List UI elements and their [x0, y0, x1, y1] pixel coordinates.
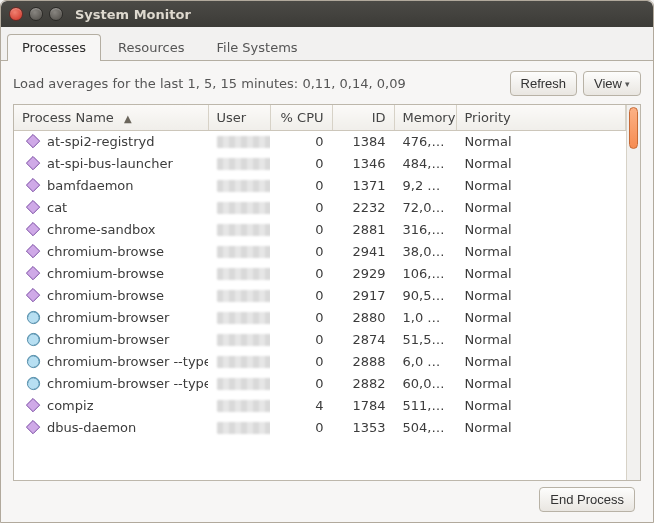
user-obscured	[217, 290, 271, 302]
process-name-label: chromium-browser	[47, 332, 169, 347]
table-row[interactable]: chromium-browser --type=028886,0 MiBNorm…	[14, 351, 626, 373]
content-area: Load averages for the last 1, 5, 15 minu…	[1, 61, 653, 522]
cell-id: 1353	[332, 417, 394, 439]
col-header-name[interactable]: Process Name ▲	[14, 105, 208, 131]
table-row[interactable]: cat0223272,0 KiBNormal	[14, 197, 626, 219]
vertical-scrollbar[interactable]	[626, 105, 640, 480]
process-name-label: cat	[47, 200, 67, 215]
cell-user	[208, 307, 270, 329]
user-obscured	[217, 136, 271, 148]
process-table: Process Name ▲ User % CPU ID Memory Prio…	[14, 105, 626, 439]
cell-process-name: chromium-browser	[14, 329, 208, 351]
cell-cpu: 0	[270, 307, 332, 329]
table-row[interactable]: chromium-browse02929106,8 MNormal	[14, 263, 626, 285]
cell-priority: Normal	[456, 263, 626, 285]
cell-mem: 316,0 K	[394, 219, 456, 241]
cell-user	[208, 395, 270, 417]
user-obscured	[217, 334, 271, 346]
cell-mem: 1,0 MiB	[394, 307, 456, 329]
window-title: System Monitor	[75, 7, 191, 22]
process-name-label: chromium-browser --type=	[47, 354, 208, 369]
view-menu-label: View	[594, 76, 622, 91]
view-menu-button[interactable]: View▾	[583, 71, 641, 96]
sort-asc-icon: ▲	[124, 113, 132, 124]
cell-cpu: 0	[270, 197, 332, 219]
cell-user	[208, 417, 270, 439]
process-name-label: at-spi2-registryd	[47, 134, 154, 149]
tab-bar: Processes Resources File Systems	[1, 27, 653, 61]
user-obscured	[217, 158, 271, 170]
diamond-icon	[26, 420, 41, 435]
table-row[interactable]: chrome-sandbox02881316,0 KNormal	[14, 219, 626, 241]
cell-cpu: 0	[270, 373, 332, 395]
cell-priority: Normal	[456, 219, 626, 241]
table-row[interactable]: chromium-browse0294138,0 MiNormal	[14, 241, 626, 263]
col-header-cpu[interactable]: % CPU	[270, 105, 332, 131]
titlebar[interactable]: System Monitor	[1, 1, 653, 27]
tab-processes[interactable]: Processes	[7, 34, 101, 61]
cell-process-name: at-spi-bus-launcher	[14, 153, 208, 175]
table-row[interactable]: chromium-browser028801,0 MiBNormal	[14, 307, 626, 329]
user-obscured	[217, 422, 271, 434]
cell-mem: 38,0 Mi	[394, 241, 456, 263]
table-row[interactable]: bamfdaemon013719,2 MiBNormal	[14, 175, 626, 197]
cell-cpu: 0	[270, 351, 332, 373]
minimize-icon[interactable]	[29, 7, 43, 21]
maximize-icon[interactable]	[49, 7, 63, 21]
diamond-icon	[26, 222, 41, 237]
table-row[interactable]: chromium-browse0291790,5 MiNormal	[14, 285, 626, 307]
table-row[interactable]: at-spi-bus-launcher01346484,0 KNormal	[14, 153, 626, 175]
diamond-icon	[26, 200, 41, 215]
diamond-icon	[26, 178, 41, 193]
cell-cpu: 0	[270, 285, 332, 307]
cell-cpu: 0	[270, 417, 332, 439]
tab-resources[interactable]: Resources	[103, 34, 199, 61]
process-name-label: chromium-browse	[47, 288, 164, 303]
cell-cpu: 0	[270, 241, 332, 263]
table-row[interactable]: compiz41784511,3 MNormal	[14, 395, 626, 417]
footer: End Process	[13, 481, 641, 512]
cell-id: 2881	[332, 219, 394, 241]
cell-process-name: chromium-browser	[14, 307, 208, 329]
cell-mem: 476,0 K	[394, 131, 456, 153]
cell-cpu: 4	[270, 395, 332, 417]
process-name-label: chrome-sandbox	[47, 222, 155, 237]
table-row[interactable]: dbus-daemon01353504,0 KNormal	[14, 417, 626, 439]
cell-id: 2888	[332, 351, 394, 373]
tab-filesystems[interactable]: File Systems	[201, 34, 312, 61]
cell-id: 2941	[332, 241, 394, 263]
load-average-text: Load averages for the last 1, 5, 15 minu…	[13, 76, 504, 91]
user-obscured	[217, 400, 271, 412]
col-header-id[interactable]: ID	[332, 105, 394, 131]
end-process-button[interactable]: End Process	[539, 487, 635, 512]
table-row[interactable]: at-spi2-registryd01384476,0 KNormal	[14, 131, 626, 153]
scrollbar-thumb[interactable]	[629, 107, 638, 149]
cell-mem: 9,2 MiB	[394, 175, 456, 197]
cell-priority: Normal	[456, 285, 626, 307]
cell-process-name: at-spi2-registryd	[14, 131, 208, 153]
system-monitor-window: System Monitor Processes Resources File …	[0, 0, 654, 523]
cell-mem: 6,0 MiB	[394, 351, 456, 373]
process-table-frame: Process Name ▲ User % CPU ID Memory Prio…	[13, 104, 641, 481]
user-obscured	[217, 312, 271, 324]
process-name-label: chromium-browser	[47, 310, 169, 325]
cell-id: 1346	[332, 153, 394, 175]
process-name-label: chromium-browse	[47, 244, 164, 259]
user-obscured	[217, 356, 271, 368]
close-icon[interactable]	[9, 7, 23, 21]
refresh-button[interactable]: Refresh	[510, 71, 578, 96]
user-obscured	[217, 378, 271, 390]
col-header-user[interactable]: User	[208, 105, 270, 131]
col-header-mem[interactable]: Memory	[394, 105, 456, 131]
cell-cpu: 0	[270, 131, 332, 153]
col-header-priority[interactable]: Priority	[456, 105, 626, 131]
process-table-scroll[interactable]: Process Name ▲ User % CPU ID Memory Prio…	[14, 105, 626, 480]
cell-cpu: 0	[270, 219, 332, 241]
table-row[interactable]: chromium-browser --type=0288260,0 KiBNor…	[14, 373, 626, 395]
cell-process-name: chromium-browse	[14, 285, 208, 307]
cell-process-name: compiz	[14, 395, 208, 417]
table-row[interactable]: chromium-browser0287451,5 MiNormal	[14, 329, 626, 351]
window-controls	[9, 7, 63, 21]
process-name-label: at-spi-bus-launcher	[47, 156, 173, 171]
diamond-icon	[26, 244, 41, 259]
